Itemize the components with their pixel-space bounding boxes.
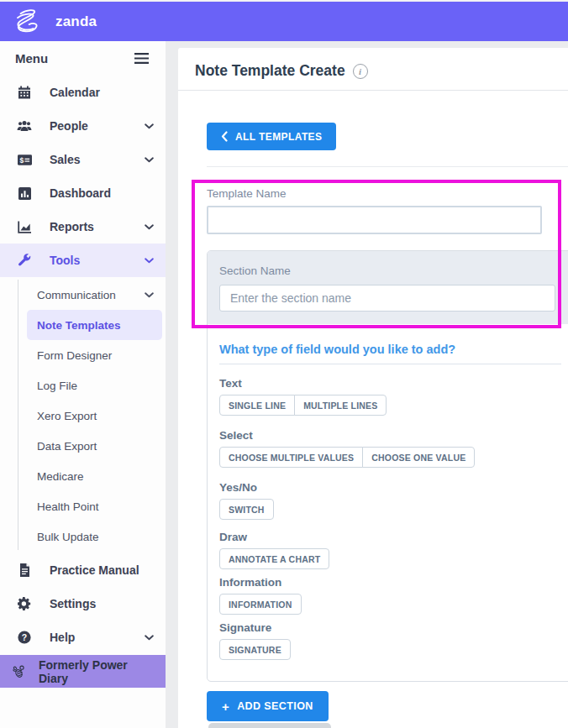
choose-multiple-values-button[interactable]: CHOOSE MULTIPLE VALUES [219,447,363,468]
document-icon [16,563,33,577]
sidebar-item-calendar[interactable]: Calendar [0,76,166,109]
sidebar-item-label: Reports [50,220,94,233]
sidebar-item-reports[interactable]: Reports [0,210,166,244]
sidebar-item-label: Settings [50,597,96,610]
sidebar-item-help[interactable]: ? Help [0,621,166,654]
main-panel: Note Template Create i ALL TEMPLATES Tem… [178,48,568,728]
hamburger-menu-icon[interactable] [134,52,150,65]
heading-divider [219,364,561,364]
section-card: Section Name What type of field would yo… [207,250,568,682]
form-divider [207,166,568,167]
brand-name: zanda [55,13,97,30]
submenu-item-medicare[interactable]: Medicare [0,461,166,491]
switch-button[interactable]: SWITCH [219,499,274,520]
reports-icon [16,221,33,233]
submenu-item-log-file[interactable]: Log File [0,370,166,401]
submenu-item-note-templates[interactable]: Note Templates [27,310,162,340]
sidebar-item-label: Help [50,631,75,644]
chevron-down-icon [145,123,154,129]
add-section-button[interactable]: + ADD SECTION [207,691,329,721]
chevron-left-icon [221,131,228,142]
choose-one-value-button[interactable]: CHOOSE ONE VALUE [362,447,475,468]
information-button[interactable]: INFORMATION [219,594,302,615]
sidebar-menu-header: Menu [0,41,166,76]
next-card-edge [208,723,331,728]
signature-button[interactable]: SIGNATURE [219,639,291,660]
chevron-down-icon [145,635,154,641]
bee-icon [12,664,26,679]
chevron-down-icon [145,258,154,264]
help-icon: ? [16,631,33,644]
all-templates-label: ALL TEMPLATES [235,131,322,143]
tools-submenu: Communication Note Templates Form Design… [0,277,166,553]
submenu-item-label: Health Point [37,500,99,513]
submenu-item-form-designer[interactable]: Form Designer [0,340,166,370]
field-group-information: Information INFORMATION [219,576,561,615]
field-group-yes-no: Yes/No SWITCH [219,481,561,520]
chevron-down-icon [145,224,154,230]
submenu-item-label: Log File [37,380,77,392]
section-name-input[interactable] [219,285,555,312]
template-name-label: Template Name [207,187,568,200]
submenu-item-label: Xero Export [37,410,97,422]
field-group-label: Information [219,576,561,589]
field-group-signature: Signature SIGNATURE [219,621,561,660]
page-header: Note Template Create i [178,48,568,80]
field-group-label: Yes/No [219,481,561,494]
single-line-button[interactable]: SINGLE LINE [219,395,295,416]
sidebar-item-label: Practice Manual [50,563,139,577]
svg-text:$: $ [19,155,24,164]
sidebar-item-label: Tools [50,254,80,267]
add-section-label: ADD SECTION [237,700,313,712]
field-type-heading: What type of field would you like to add… [219,343,561,356]
submenu-item-bulk-update[interactable]: Bulk Update [0,521,166,552]
section-card-body: What type of field would you like to add… [208,324,568,681]
section-card-header: Section Name [208,251,568,324]
submenu-item-health-point[interactable]: Health Point [0,491,166,521]
gear-icon [16,597,33,610]
field-group-label: Draw [219,531,561,543]
dashboard-icon [16,187,33,200]
sidebar-item-label: Calendar [50,86,100,99]
zanda-logo-icon [11,7,50,37]
submenu-item-label: Bulk Update [37,531,99,543]
info-icon[interactable]: i [353,64,368,79]
tools-icon [16,254,33,267]
page-title: Note Template Create [195,62,345,80]
annotate-a-chart-button[interactable]: ANNOTATE A CHART [219,548,329,569]
submenu-item-label: Data Export [37,440,97,453]
all-templates-button[interactable]: ALL TEMPLATES [207,123,336,150]
submenu-item-label: Note Templates [37,319,121,332]
field-group-draw: Draw ANNOTATE A CHART [219,531,561,569]
sidebar-item-sales[interactable]: $ Sales [0,143,166,176]
submenu-item-communication[interactable]: Communication [0,280,166,310]
sidebar-item-practice-manual[interactable]: Practice Manual [0,553,166,587]
submenu-item-label: Medicare [37,470,84,483]
submenu-item-label: Communication [37,289,116,301]
sales-icon: $ [16,155,33,165]
svg-text:?: ? [22,632,27,642]
sidebar-item-label: Dashboard [50,186,111,200]
sidebar-item-label: People [50,119,88,133]
field-group-label: Signature [219,621,561,634]
chevron-down-icon [145,157,154,163]
field-group-select: Select CHOOSE MULTIPLE VALUES CHOOSE ONE… [219,429,561,468]
submenu-item-label: Form Designer [37,349,112,362]
sidebar-item-dashboard[interactable]: Dashboard [0,176,166,210]
menu-title: Menu [15,51,48,65]
sidebar-item-people[interactable]: People [0,109,166,143]
people-icon [16,120,33,132]
sidebar: Menu Calendar People $ Sales Dashboard [0,41,166,728]
submenu-item-data-export[interactable]: Data Export [0,431,166,461]
multiple-lines-button[interactable]: MULTIPLE LINES [294,395,387,416]
formerly-power-diary-banner[interactable]: Formerly Power Diary [0,655,166,688]
field-group-text: Text SINGLE LINE MULTIPLE LINES [219,377,561,416]
app-header: zanda [0,0,568,41]
sidebar-item-settings[interactable]: Settings [0,587,166,621]
field-group-label: Text [219,377,561,390]
template-name-input[interactable] [207,206,542,234]
section-name-label: Section Name [219,264,561,277]
banner-label: Formerly Power Diary [39,658,157,685]
sidebar-item-tools[interactable]: Tools [0,244,166,277]
submenu-item-xero-export[interactable]: Xero Export [0,401,166,431]
